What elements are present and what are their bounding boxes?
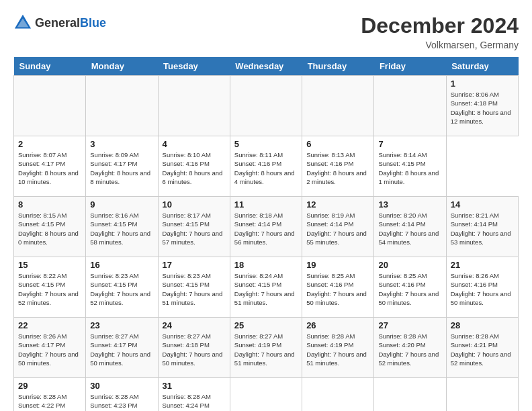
day-number: 4 — [163, 139, 226, 149]
logo-general: General — [35, 16, 80, 30]
day-number: 24 — [163, 320, 226, 330]
calendar-cell: 18Sunrise: 8:24 AMSunset: 4:15 PMDayligh… — [230, 257, 302, 318]
day-info: Sunrise: 8:25 AMSunset: 4:16 PMDaylight:… — [378, 271, 441, 307]
day-number: 3 — [90, 139, 153, 149]
day-number: 21 — [451, 260, 514, 270]
day-number: 8 — [18, 199, 81, 210]
day-info: Sunrise: 8:07 AMSunset: 4:17 PMDaylight:… — [18, 150, 81, 186]
calendar-cell: 13Sunrise: 8:20 AMSunset: 4:14 PMDayligh… — [374, 197, 446, 257]
calendar-cell — [374, 378, 446, 412]
calendar-cell: 6Sunrise: 8:13 AMSunset: 4:16 PMDaylight… — [302, 136, 374, 197]
week-row-3: 8Sunrise: 8:15 AMSunset: 4:15 PMDaylight… — [14, 197, 519, 257]
day-info: Sunrise: 8:14 AMSunset: 4:15 PMDaylight:… — [378, 150, 441, 186]
logo-text: GeneralBlue — [35, 16, 106, 30]
day-info: Sunrise: 8:28 AMSunset: 4:24 PMDaylight:… — [163, 392, 226, 411]
day-number: 28 — [451, 320, 514, 330]
day-info: Sunrise: 8:11 AMSunset: 4:16 PMDaylight:… — [234, 150, 298, 186]
calendar-cell — [14, 76, 86, 136]
calendar-cell: 1Sunrise: 8:06 AMSunset: 4:18 PMDaylight… — [446, 76, 518, 136]
day-info: Sunrise: 8:28 AMSunset: 4:22 PMDaylight:… — [18, 392, 81, 411]
day-info: Sunrise: 8:28 AMSunset: 4:19 PMDaylight:… — [306, 332, 369, 367]
calendar-cell: 11Sunrise: 8:18 AMSunset: 4:14 PMDayligh… — [230, 197, 302, 257]
header-day-thursday: Thursday — [302, 57, 374, 76]
calendar-cell: 30Sunrise: 8:28 AMSunset: 4:23 PMDayligh… — [86, 378, 158, 412]
day-info: Sunrise: 8:26 AMSunset: 4:16 PMDaylight:… — [451, 271, 514, 307]
calendar-cell: 29Sunrise: 8:28 AMSunset: 4:22 PMDayligh… — [14, 378, 86, 412]
day-number: 23 — [90, 320, 153, 330]
day-info: Sunrise: 8:18 AMSunset: 4:14 PMDaylight:… — [234, 211, 298, 246]
calendar-cell — [446, 378, 518, 412]
calendar-cell: 17Sunrise: 8:23 AMSunset: 4:15 PMDayligh… — [158, 257, 230, 318]
week-row-4: 15Sunrise: 8:22 AMSunset: 4:15 PMDayligh… — [14, 257, 519, 318]
day-number: 22 — [18, 320, 81, 330]
calendar-cell — [302, 378, 374, 412]
day-number: 25 — [234, 320, 298, 330]
day-info: Sunrise: 8:19 AMSunset: 4:14 PMDaylight:… — [306, 211, 369, 246]
week-row-1: 1Sunrise: 8:06 AMSunset: 4:18 PMDaylight… — [14, 76, 519, 136]
calendar-cell: 16Sunrise: 8:23 AMSunset: 4:15 PMDayligh… — [86, 257, 158, 318]
header-day-tuesday: Tuesday — [158, 57, 230, 76]
day-info: Sunrise: 8:21 AMSunset: 4:14 PMDaylight:… — [451, 211, 514, 246]
calendar-table: SundayMondayTuesdayWednesdayThursdayFrid… — [13, 57, 519, 411]
day-number: 31 — [163, 381, 226, 391]
calendar-cell — [302, 76, 374, 136]
header-day-monday: Monday — [86, 57, 158, 76]
week-row-6: 29Sunrise: 8:28 AMSunset: 4:22 PMDayligh… — [14, 378, 519, 412]
location: Volkmarsen, Germany — [361, 40, 519, 50]
day-number: 12 — [306, 199, 369, 210]
header-day-sunday: Sunday — [14, 57, 86, 76]
day-info: Sunrise: 8:27 AMSunset: 4:19 PMDaylight:… — [234, 332, 298, 367]
day-number: 20 — [378, 260, 441, 270]
logo-blue: Blue — [80, 16, 106, 30]
header-day-wednesday: Wednesday — [230, 57, 302, 76]
day-info: Sunrise: 8:28 AMSunset: 4:20 PMDaylight:… — [378, 332, 441, 367]
day-info: Sunrise: 8:20 AMSunset: 4:14 PMDaylight:… — [378, 211, 441, 246]
day-number: 17 — [163, 260, 226, 270]
day-number: 16 — [90, 260, 153, 270]
day-info: Sunrise: 8:06 AMSunset: 4:18 PMDaylight:… — [451, 90, 514, 126]
day-info: Sunrise: 8:13 AMSunset: 4:16 PMDaylight:… — [306, 150, 369, 186]
day-number: 9 — [90, 199, 153, 210]
day-number: 15 — [18, 260, 81, 270]
day-info: Sunrise: 8:16 AMSunset: 4:15 PMDaylight:… — [90, 211, 153, 246]
day-info: Sunrise: 8:15 AMSunset: 4:15 PMDaylight:… — [18, 211, 81, 246]
calendar-cell: 25Sunrise: 8:27 AMSunset: 4:19 PMDayligh… — [230, 318, 302, 378]
day-info: Sunrise: 8:23 AMSunset: 4:15 PMDaylight:… — [163, 271, 226, 307]
calendar-cell: 10Sunrise: 8:17 AMSunset: 4:15 PMDayligh… — [158, 197, 230, 257]
calendar-cell: 31Sunrise: 8:28 AMSunset: 4:24 PMDayligh… — [158, 378, 230, 412]
day-number: 29 — [18, 381, 81, 391]
day-number: 1 — [451, 79, 514, 89]
header-day-saturday: Saturday — [446, 57, 518, 76]
calendar-cell: 20Sunrise: 8:25 AMSunset: 4:16 PMDayligh… — [374, 257, 446, 318]
header-day-friday: Friday — [374, 57, 446, 76]
calendar-cell: 8Sunrise: 8:15 AMSunset: 4:15 PMDaylight… — [14, 197, 86, 257]
day-info: Sunrise: 8:10 AMSunset: 4:16 PMDaylight:… — [163, 150, 226, 186]
day-info: Sunrise: 8:27 AMSunset: 4:18 PMDaylight:… — [163, 332, 226, 367]
header-row: SundayMondayTuesdayWednesdayThursdayFrid… — [14, 57, 519, 76]
calendar-cell: 9Sunrise: 8:16 AMSunset: 4:15 PMDaylight… — [86, 197, 158, 257]
calendar-cell: 28Sunrise: 8:28 AMSunset: 4:21 PMDayligh… — [446, 318, 518, 378]
day-number: 30 — [90, 381, 153, 391]
calendar-cell: 27Sunrise: 8:28 AMSunset: 4:20 PMDayligh… — [374, 318, 446, 378]
day-info: Sunrise: 8:17 AMSunset: 4:15 PMDaylight:… — [163, 211, 226, 246]
calendar-cell — [230, 378, 302, 412]
calendar-cell: 21Sunrise: 8:26 AMSunset: 4:16 PMDayligh… — [446, 257, 518, 318]
day-number: 14 — [451, 199, 514, 210]
calendar-cell: 19Sunrise: 8:25 AMSunset: 4:16 PMDayligh… — [302, 257, 374, 318]
day-number: 27 — [378, 320, 441, 330]
calendar-cell: 24Sunrise: 8:27 AMSunset: 4:18 PMDayligh… — [158, 318, 230, 378]
day-info: Sunrise: 8:28 AMSunset: 4:21 PMDaylight:… — [451, 332, 514, 367]
calendar-cell: 12Sunrise: 8:19 AMSunset: 4:14 PMDayligh… — [302, 197, 374, 257]
calendar-cell: 14Sunrise: 8:21 AMSunset: 4:14 PMDayligh… — [446, 197, 518, 257]
day-number: 7 — [378, 139, 441, 149]
calendar-cell: 7Sunrise: 8:14 AMSunset: 4:15 PMDaylight… — [374, 136, 446, 197]
calendar-cell: 4Sunrise: 8:10 AMSunset: 4:16 PMDaylight… — [158, 136, 230, 197]
day-number: 6 — [306, 139, 369, 149]
day-info: Sunrise: 8:27 AMSunset: 4:17 PMDaylight:… — [90, 332, 153, 367]
day-info: Sunrise: 8:25 AMSunset: 4:16 PMDaylight:… — [306, 271, 369, 307]
month-title: December 2024 — [361, 13, 519, 38]
calendar-cell: 5Sunrise: 8:11 AMSunset: 4:16 PMDaylight… — [230, 136, 302, 197]
day-number: 5 — [234, 139, 298, 149]
calendar-cell — [230, 76, 302, 136]
calendar-cell — [86, 76, 158, 136]
